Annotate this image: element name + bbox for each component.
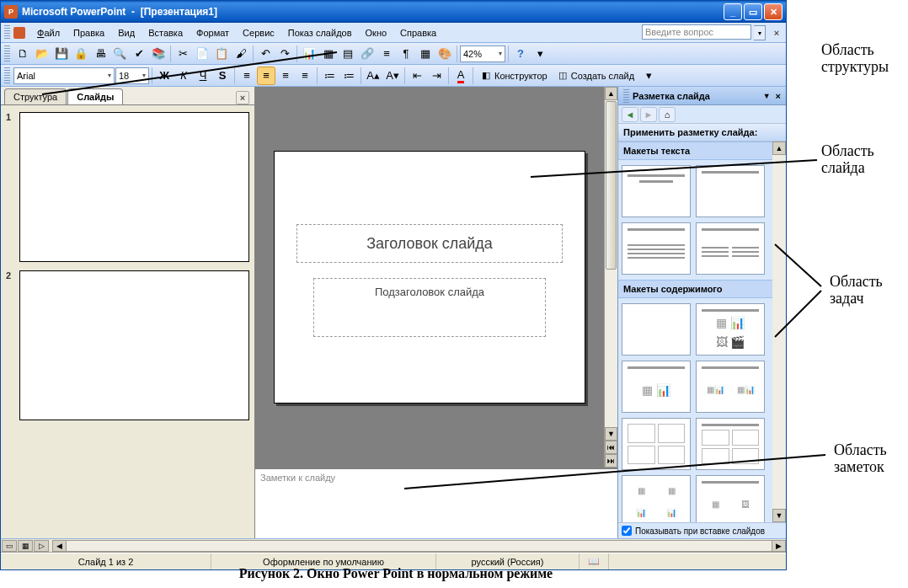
shadow-button[interactable]: S (213, 67, 232, 85)
layout-title-content[interactable]: ▦ 📊 (622, 361, 691, 413)
layout-v1[interactable]: ▦▦📊📊 (622, 475, 691, 522)
nav-forward-button[interactable]: ► (640, 107, 657, 122)
menu-edit[interactable]: Правка (67, 26, 111, 40)
toolbar-options-button[interactable]: ▾ (531, 45, 549, 63)
window-maximize-button[interactable]: ▭ (744, 3, 762, 20)
save-button[interactable]: 💾 (52, 45, 71, 63)
ask-box[interactable]: ▾ (642, 24, 766, 41)
bullets-button[interactable]: ≔ (339, 67, 358, 85)
color-button[interactable]: 🎨 (435, 45, 454, 63)
layout-title-four-content[interactable] (696, 418, 765, 470)
nav-home-button[interactable]: ⌂ (659, 107, 676, 122)
font-color-button[interactable]: A (451, 67, 470, 85)
nav-back-button[interactable]: ◄ (622, 107, 638, 122)
next-slide-button[interactable]: ⏭ (605, 454, 617, 468)
ask-dropdown-icon[interactable]: ▾ (754, 25, 766, 40)
slide-thumbnail-2[interactable] (19, 270, 249, 420)
spellcheck-button[interactable]: ✔ (130, 45, 148, 63)
format-painter-button[interactable]: 🖌 (232, 45, 250, 63)
print-preview-button[interactable]: 🔍 (110, 45, 129, 63)
tables-borders-button[interactable]: ▤ (339, 45, 357, 63)
menu-insert[interactable]: Вставка (142, 26, 190, 40)
align-justify-button[interactable]: ≡ (296, 67, 314, 85)
scroll-left-icon[interactable]: ◀ (53, 541, 67, 551)
increase-font-button[interactable]: A▴ (364, 67, 382, 85)
underline-button[interactable]: Ч (194, 67, 212, 85)
slideshow-view-button[interactable]: ▷ (34, 540, 49, 552)
scroll-up-icon[interactable]: ▲ (772, 142, 786, 155)
menu-window[interactable]: Окно (359, 26, 394, 40)
insert-table-button[interactable]: ▦ (319, 45, 338, 63)
decrease-indent-button[interactable]: ⇤ (408, 67, 426, 85)
document-close-button[interactable]: × (771, 27, 782, 39)
slide-thumbnail-1[interactable] (19, 112, 249, 262)
slide-canvas[interactable]: Заголовок слайда Подзаголовок слайда (255, 87, 604, 468)
menu-format[interactable]: Формат (190, 26, 236, 40)
show-formatting-button[interactable]: ¶ (397, 45, 415, 63)
layout-two-column-text[interactable] (696, 222, 765, 275)
layout-title-two-content[interactable]: ▦📊▦📊 (696, 361, 765, 413)
insert-chart-button[interactable]: 📊 (300, 45, 318, 63)
permissions-button[interactable]: 🔒 (72, 45, 90, 63)
notes-text[interactable]: Заметки к слайду (255, 469, 617, 538)
show-grid-button[interactable]: ▦ (416, 45, 435, 63)
menu-help[interactable]: Справка (393, 26, 443, 40)
increase-indent-button[interactable]: ⇥ (427, 67, 446, 85)
cut-button[interactable]: ✂ (174, 45, 192, 63)
new-slide-button[interactable]: ◫Создать слайд (553, 67, 638, 85)
layout-blank[interactable] (622, 303, 691, 355)
bold-button[interactable]: Ж (155, 67, 174, 85)
show-on-insert-checkbox[interactable] (622, 526, 632, 536)
research-button[interactable]: 📚 (149, 45, 168, 63)
menu-view[interactable]: Вид (111, 26, 142, 40)
window-minimize-button[interactable]: _ (724, 3, 742, 20)
zoom-combo[interactable]: 42%▾ (460, 45, 505, 62)
notes-pane[interactable]: Заметки к слайду (255, 468, 617, 538)
menu-tools[interactable]: Сервис (236, 26, 281, 40)
scroll-right-icon[interactable]: ▶ (772, 541, 785, 551)
font-size-combo[interactable]: 18▾ (115, 67, 149, 84)
slide-design-button[interactable]: ◧Конструктор (476, 67, 552, 85)
insert-hyperlink-button[interactable]: 🔗 (358, 45, 377, 63)
horizontal-scrollbar[interactable]: ◀ ▶ (52, 540, 786, 552)
scroll-up-icon[interactable]: ▲ (605, 87, 617, 100)
sorter-view-button[interactable]: ▦ (18, 540, 33, 552)
expand-all-button[interactable]: ≡ (377, 45, 396, 63)
numbering-button[interactable]: ≔ (320, 67, 339, 85)
scroll-down-icon[interactable]: ▼ (605, 427, 617, 441)
layout-title-slide[interactable] (622, 165, 691, 217)
layout-title-text[interactable] (622, 222, 691, 275)
task-pane-scrollbar[interactable]: ▲ ▼ (772, 142, 786, 522)
font-combo[interactable]: Arial▾ (13, 67, 115, 84)
paste-button[interactable]: 📋 (212, 45, 231, 63)
ask-input[interactable] (642, 24, 751, 40)
undo-button[interactable]: ↶ (256, 45, 275, 63)
open-button[interactable]: 📂 (33, 45, 51, 63)
task-pane-menu-icon[interactable]: ▼ (763, 92, 771, 100)
layout-content[interactable]: ▦ 📊🖼 🎬 (696, 303, 765, 355)
align-right-button[interactable]: ≡ (276, 67, 295, 85)
decrease-font-button[interactable]: A▾ (383, 67, 402, 85)
layout-four-content[interactable] (622, 418, 691, 470)
menu-show[interactable]: Показ слайдов (281, 26, 359, 40)
normal-view-button[interactable]: ▭ (2, 540, 17, 552)
subtitle-placeholder[interactable]: Подзаголовок слайда (313, 278, 546, 337)
tab-slides[interactable]: Слайды (67, 88, 123, 104)
align-center-button[interactable]: ≡ (257, 67, 275, 85)
toolbar-options-button[interactable]: ▾ (639, 67, 658, 85)
italic-button[interactable]: К (174, 67, 193, 85)
pane-close-button[interactable]: × (236, 91, 249, 104)
new-button[interactable]: 🗋 (13, 45, 32, 63)
window-close-button[interactable]: ✕ (764, 3, 782, 20)
scroll-down-icon[interactable]: ▼ (772, 509, 786, 522)
align-left-button[interactable]: ≡ (238, 67, 256, 85)
task-pane-close-button[interactable]: × (776, 91, 781, 101)
scroll-handle[interactable] (606, 101, 617, 270)
help-button[interactable]: ? (511, 45, 530, 63)
print-button[interactable]: 🖶 (91, 45, 109, 63)
layout-v2[interactable]: ▦🖼 (696, 475, 765, 522)
tab-outline[interactable]: Структура (4, 88, 67, 104)
layout-title-only[interactable] (696, 165, 765, 217)
title-placeholder[interactable]: Заголовок слайда (296, 224, 563, 263)
prev-slide-button[interactable]: ⏮ (605, 441, 617, 454)
